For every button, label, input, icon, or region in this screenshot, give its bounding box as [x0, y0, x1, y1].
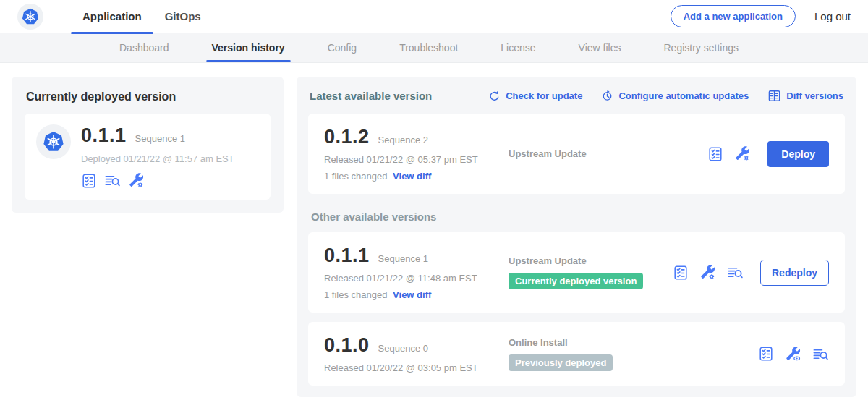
version-row-0.1.1: 0.1.1 Sequence 1 Released 01/21/22 @ 11:…	[308, 232, 845, 313]
subnav-troubleshoot[interactable]: Troubleshoot	[398, 33, 459, 62]
subnav-config[interactable]: Config	[326, 33, 358, 62]
deployed-version-number: 0.1.1	[81, 124, 127, 147]
version-sequence: Sequence 0	[378, 343, 428, 354]
add-application-button[interactable]: Add a new application	[671, 5, 796, 27]
checklist-icon[interactable]	[81, 173, 97, 189]
subnav-license[interactable]: License	[499, 33, 537, 62]
currently-deployed-version-card: 0.1.1 Sequence 1 Deployed 01/21/22 @ 11:…	[25, 114, 271, 200]
version-actions	[758, 346, 829, 362]
deployed-timestamp: Deployed 01/21/22 @ 11:57 am EST	[81, 153, 234, 164]
version-info: 0.1.0 Sequence 0 Released 01/20/22 @ 03:…	[324, 334, 509, 373]
version-history-panel: Latest available version Check for updat…	[297, 77, 856, 397]
configure-automatic-updates-label: Configure automatic updates	[618, 90, 749, 101]
diff-icon	[767, 89, 781, 103]
logs-icon[interactable]	[812, 346, 829, 362]
tab-gitops-label: GitOps	[165, 10, 201, 22]
top-header: Application GitOps Add a new application…	[0, 0, 868, 33]
deployed-version-info: 0.1.1 Sequence 1 Deployed 01/21/22 @ 11:…	[81, 124, 234, 189]
tab-gitops[interactable]: GitOps	[153, 0, 213, 33]
check-for-update-link[interactable]: Check for update	[488, 90, 582, 102]
currently-deployed-badge: Currently deployed version	[509, 273, 643, 289]
check-for-update-label: Check for update	[506, 90, 582, 101]
wrench-gear-icon[interactable]	[128, 172, 145, 189]
version-info: 0.1.2 Sequence 2 Released 01/21/22 @ 05:…	[324, 126, 509, 182]
kubernetes-logo-icon	[17, 4, 43, 30]
app-kubernetes-logo-icon	[36, 124, 71, 159]
version-actions: Deploy	[707, 141, 829, 167]
version-row-0.1.0: 0.1.0 Sequence 0 Released 01/20/22 @ 03:…	[308, 322, 845, 386]
version-number: 0.1.0	[324, 334, 370, 357]
source-label: Online Install	[509, 337, 758, 348]
tab-application-label: Application	[82, 10, 142, 22]
logout-button[interactable]: Log out	[814, 10, 851, 22]
version-info: 0.1.1 Sequence 1 Released 01/21/22 @ 11:…	[324, 245, 509, 300]
tab-application[interactable]: Application	[71, 0, 153, 33]
refresh-icon	[488, 90, 501, 102]
latest-available-title: Latest available version	[310, 90, 432, 102]
released-timestamp: Released 01/20/22 @ 03:05 pm EST	[324, 362, 509, 373]
currently-deployed-card: Currently deployed version 0.1.1 Sequenc…	[12, 77, 284, 213]
view-diff-link[interactable]: View diff	[393, 171, 431, 182]
currently-deployed-title: Currently deployed version	[26, 90, 271, 103]
version-sequence: Sequence 2	[378, 135, 428, 145]
main-content: Currently deployed version 0.1.1 Sequenc…	[0, 63, 868, 408]
checklist-icon[interactable]	[707, 146, 723, 162]
source-label: Upstream Update	[509, 255, 673, 266]
source-label: Upstream Update	[509, 148, 707, 159]
checklist-icon[interactable]	[673, 265, 689, 281]
subnav-dashboard[interactable]: Dashboard	[118, 33, 171, 62]
version-row-0.1.2: 0.1.2 Sequence 2 Released 01/21/22 @ 05:…	[308, 114, 845, 194]
redeploy-button[interactable]: Redeploy	[760, 260, 829, 286]
app-subnav: Dashboard Version history Config Trouble…	[0, 33, 868, 63]
checklist-icon[interactable]	[758, 346, 774, 362]
version-number: 0.1.1	[324, 245, 370, 267]
subnav-version-history[interactable]: Version history	[210, 33, 286, 62]
wrench-gear-icon[interactable]	[734, 145, 751, 162]
view-diff-link[interactable]: View diff	[393, 289, 431, 300]
released-timestamp: Released 01/21/22 @ 11:48 am EST	[324, 273, 509, 284]
files-changed: 1 files changed	[324, 171, 387, 182]
released-timestamp: Released 01/21/22 @ 05:37 pm EST	[324, 154, 509, 165]
clock-refresh-icon	[601, 90, 613, 102]
other-available-title: Other available versions	[311, 211, 845, 223]
version-source: Upstream Update Currently deployed versi…	[509, 255, 673, 289]
panel-header: Latest available version Check for updat…	[308, 86, 845, 104]
configure-automatic-updates-link[interactable]: Configure automatic updates	[601, 90, 749, 102]
wrench-gear-icon[interactable]	[699, 264, 716, 281]
panel-actions: Check for update Configure automatic upd…	[488, 89, 843, 103]
app-tabs: Application GitOps	[71, 0, 213, 33]
version-sequence: Sequence 1	[378, 253, 428, 264]
previously-deployed-badge: Previously deployed	[509, 354, 613, 371]
header-right: Add a new application Log out	[671, 5, 851, 27]
logs-icon[interactable]	[727, 264, 744, 281]
version-number: 0.1.2	[324, 126, 370, 148]
diff-versions-link[interactable]: Diff versions	[767, 89, 843, 103]
subnav-view-files[interactable]: View files	[577, 33, 623, 62]
deployed-sequence: Sequence 1	[135, 133, 185, 144]
subnav-registry-settings[interactable]: Registry settings	[662, 33, 739, 62]
wrench-eye-icon[interactable]	[785, 346, 801, 362]
diff-versions-label: Diff versions	[786, 90, 843, 101]
version-source: Upstream Update	[509, 148, 707, 159]
deploy-button[interactable]: Deploy	[767, 141, 829, 167]
version-actions: Redeploy	[673, 260, 829, 286]
files-changed: 1 files changed	[324, 289, 387, 300]
version-source: Online Install Previously deployed	[509, 337, 758, 371]
logs-icon[interactable]	[104, 172, 121, 189]
